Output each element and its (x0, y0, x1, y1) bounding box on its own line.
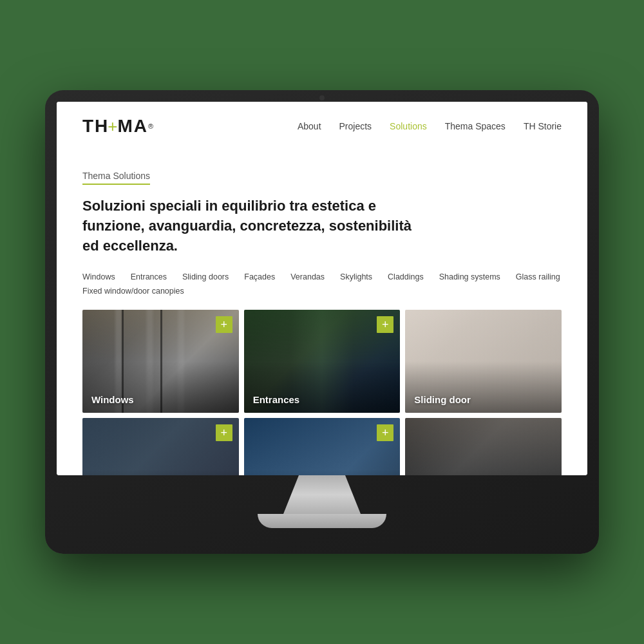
nav-about[interactable]: About (298, 121, 321, 131)
filter-skylights[interactable]: Skylights (340, 272, 372, 281)
filter-glass-railing[interactable]: Glass railing (516, 272, 560, 281)
card-bottom-1[interactable]: + (82, 418, 239, 475)
card-entrances[interactable]: + Entrances (244, 310, 401, 413)
logo-reg: ® (148, 122, 155, 130)
website: TH+MA® About Projects Solutions Thema Sp… (57, 102, 587, 475)
nav-projects[interactable]: Projects (339, 121, 372, 131)
filter-bar: Windows Entrances Sliding doors Façades … (82, 272, 562, 296)
filter-claddings[interactable]: Claddings (388, 272, 424, 281)
card-sliding-label: Sliding door (414, 394, 471, 405)
card-bottom-2[interactable]: + (244, 418, 401, 475)
card-windows-label: Windows (91, 394, 134, 405)
hero-text: Soluzioni speciali in equilibrio tra est… (82, 196, 417, 256)
logo: TH+MA® (82, 116, 155, 137)
filter-canopies[interactable]: Fixed window/door canopies (82, 287, 184, 296)
nav-thema-spaces[interactable]: Thema Spaces (445, 121, 506, 131)
product-grid: + Windows + Entrances Sliding door (82, 310, 562, 475)
card-entrances-plus[interactable]: + (377, 316, 393, 333)
card-windows[interactable]: + Windows (82, 310, 239, 413)
nav-th-storie[interactable]: TH Storie (524, 121, 562, 131)
nav-links: About Projects Solutions Thema Spaces TH… (298, 121, 562, 131)
monitor-stand (57, 475, 587, 528)
filter-facades[interactable]: Façades (244, 272, 275, 281)
logo-text: TH (82, 116, 109, 137)
filter-entrances[interactable]: Entrances (131, 272, 167, 281)
card-sliding-doors[interactable]: Sliding door (405, 310, 562, 413)
card-bottom2-plus[interactable]: + (377, 424, 393, 441)
filter-sliding-doors[interactable]: Sliding doors (182, 272, 229, 281)
card-windows-plus[interactable]: + (216, 316, 232, 333)
monitor-foot (258, 514, 386, 528)
monitor-neck (283, 475, 361, 514)
monitor: TH+MA® About Projects Solutions Thema Sp… (45, 90, 599, 554)
main-content: Thema Solutions Soluzioni speciali in eq… (57, 151, 587, 475)
filter-shading[interactable]: Shading systems (439, 272, 500, 281)
nav-bar: TH+MA® About Projects Solutions Thema Sp… (57, 102, 587, 151)
monitor-screen: TH+MA® About Projects Solutions Thema Sp… (57, 102, 587, 475)
filter-windows[interactable]: Windows (82, 272, 115, 281)
logo-text2: MA (118, 116, 149, 137)
monitor-camera (319, 95, 325, 100)
filter-verandas[interactable]: Verandas (290, 272, 325, 281)
section-label: Thema Solutions (82, 171, 150, 185)
nav-solutions[interactable]: Solutions (390, 121, 427, 131)
card-entrances-label: Entrances (253, 394, 300, 405)
card-overlay-b3 (405, 418, 562, 475)
card-bottom-3[interactable] (405, 418, 562, 475)
card-bottom1-plus[interactable]: + (216, 424, 232, 441)
